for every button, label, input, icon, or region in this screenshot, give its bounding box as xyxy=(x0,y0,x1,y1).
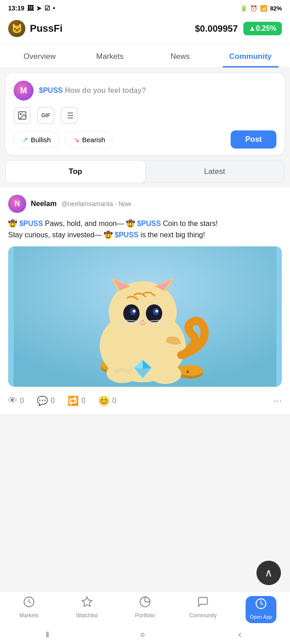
bearish-icon: ↘ xyxy=(73,135,79,144)
app-title: PussFi xyxy=(30,23,63,34)
post-author-avatar: N xyxy=(8,195,26,213)
app-logo: 🐱 xyxy=(8,20,25,37)
open-app-label: Open App xyxy=(250,614,272,620)
community-nav-icon xyxy=(197,596,209,610)
comments-icon: 💬 xyxy=(37,395,48,406)
nav-community[interactable]: Community xyxy=(174,596,232,623)
post-body: 🤠 $PUSS Paws, hold, and moon— 🤠 $PUSS Co… xyxy=(8,218,282,241)
token-price: $0.009957 xyxy=(195,24,238,34)
tab-bar: Overview Markets News Community xyxy=(0,44,290,68)
svg-point-40 xyxy=(106,363,138,383)
tab-news[interactable]: News xyxy=(145,44,215,67)
post-card: N Neelam @neelamsamanta · Now 🤠 $PUSS Pa… xyxy=(0,187,290,414)
battery-percent: 82% xyxy=(270,5,282,12)
status-time: 13:19 xyxy=(8,5,24,12)
composer-placeholder[interactable]: $PUSS How do you feel today? xyxy=(39,87,146,95)
open-app-nav-icon xyxy=(255,598,267,612)
post-composer: M $PUSS How do you feel today? GIF ↗ Bul… xyxy=(5,73,285,155)
wifi-icon: 📶 xyxy=(260,5,267,12)
photo-icon: 🖼 xyxy=(27,5,34,12)
system-nav-bar: ⦀ ○ ﹤ xyxy=(0,626,290,644)
status-left: 13:19 🖼 ➤ ☑ • xyxy=(8,5,55,12)
header-left: 🐱 PussFi xyxy=(8,20,63,37)
chevron-up-icon: ∧ xyxy=(265,567,273,579)
poll-button[interactable] xyxy=(61,107,78,124)
system-home-button[interactable]: ○ xyxy=(140,630,145,639)
logo-emoji: 🐱 xyxy=(11,23,23,34)
post-header: N Neelam @neelamsamanta · Now xyxy=(8,195,282,213)
post-author-name: Neelam @neelamsamanta · Now xyxy=(31,200,282,208)
community-nav-label: Community xyxy=(189,612,217,619)
svg-marker-50 xyxy=(82,597,92,606)
svg-point-44 xyxy=(125,369,131,374)
portfolio-nav-label: Portfolio xyxy=(135,612,155,619)
bearish-button[interactable]: ↘ Bearish xyxy=(65,131,114,148)
retweets-count: 0 xyxy=(82,397,86,405)
post-image: ▲ ▲ ▲ ▲ xyxy=(8,246,282,387)
nav-open-app[interactable]: Open App xyxy=(232,596,290,623)
retweet-icon: 🔁 xyxy=(68,395,79,406)
bullish-label: Bullish xyxy=(31,136,51,144)
bullish-button[interactable]: ↗ Bullish xyxy=(14,131,59,148)
svg-point-43 xyxy=(119,367,126,373)
composer-actions: ↗ Bullish ↘ Bearish Post xyxy=(14,130,276,149)
dot-icon: • xyxy=(53,5,55,12)
toggle-latest[interactable]: Latest xyxy=(145,161,284,183)
stat-comments[interactable]: 💬 0 xyxy=(37,395,55,406)
composer-top: M $PUSS How do you feel today? xyxy=(14,81,276,101)
composer-prompt: How do you feel today? xyxy=(63,87,146,94)
svg-point-31 xyxy=(133,310,135,312)
svg-point-42 xyxy=(114,369,120,374)
reaction-icon: 😊 xyxy=(98,395,110,406)
more-options-button[interactable]: ··· xyxy=(274,395,282,407)
svg-point-32 xyxy=(155,310,158,312)
views-count: 0 xyxy=(20,397,24,405)
system-recent-button[interactable]: ⦀ xyxy=(46,630,49,639)
svg-point-41 xyxy=(150,364,181,384)
bearish-label: Bearish xyxy=(82,136,105,144)
stat-views: 👁 0 xyxy=(8,395,24,406)
views-icon: 👁 xyxy=(8,395,17,406)
watchlist-nav-label: Watchlist xyxy=(76,612,98,619)
nav-markets[interactable]: Markets xyxy=(0,596,58,623)
alarm-icon: ⏰ xyxy=(250,5,257,12)
composer-tag: $PUSS xyxy=(39,87,63,94)
location-icon: ➤ xyxy=(36,5,42,12)
gif-button[interactable]: GIF xyxy=(37,107,54,124)
system-back-button[interactable]: ﹤ xyxy=(236,629,244,640)
nav-portfolio[interactable]: Portfolio xyxy=(116,596,174,623)
post-stats: 👁 0 💬 0 🔁 0 😊 0 ··· xyxy=(8,392,282,409)
comments-count: 0 xyxy=(51,397,55,405)
portfolio-nav-icon xyxy=(139,596,151,610)
battery-icon: 🔋 xyxy=(240,5,247,12)
tab-markets[interactable]: Markets xyxy=(75,44,145,67)
price-change-badge: ▲0.25% xyxy=(243,22,282,35)
bottom-nav: Markets Watchlist Portfolio Community xyxy=(0,591,290,626)
composer-avatar: M xyxy=(14,81,34,101)
image-upload-button[interactable] xyxy=(14,107,31,124)
svg-text:▲: ▲ xyxy=(185,368,190,374)
nav-watchlist[interactable]: Watchlist xyxy=(58,596,116,623)
tab-overview[interactable]: Overview xyxy=(5,44,75,67)
toggle-top[interactable]: Top xyxy=(6,161,145,183)
stat-retweets[interactable]: 🔁 0 xyxy=(68,395,86,406)
feed-toggle: Top Latest xyxy=(5,160,285,183)
status-bar: 13:19 🖼 ➤ ☑ • 🔋 ⏰ 📶 82% xyxy=(0,0,290,14)
markets-nav-icon xyxy=(23,596,35,610)
post-handle: @neelamsamanta xyxy=(61,200,113,207)
post-button[interactable]: Post xyxy=(231,130,276,149)
svg-point-1 xyxy=(20,113,21,115)
markets-nav-label: Markets xyxy=(19,612,39,619)
post-meta: Neelam @neelamsamanta · Now xyxy=(31,200,282,208)
tab-community[interactable]: Community xyxy=(215,44,285,67)
open-app-container: Open App xyxy=(246,596,277,623)
header-right: $0.009957 ▲0.25% xyxy=(195,22,282,35)
price-change-value: ▲0.25% xyxy=(249,24,276,33)
status-right: 🔋 ⏰ 📶 82% xyxy=(240,5,282,12)
bullish-icon: ↗ xyxy=(22,135,28,144)
reactions-count: 0 xyxy=(112,397,116,405)
stat-reactions[interactable]: 😊 0 xyxy=(98,395,116,406)
composer-tools: GIF xyxy=(14,107,276,124)
check-icon: ☑ xyxy=(44,5,50,12)
scroll-top-button[interactable]: ∧ xyxy=(256,561,281,585)
